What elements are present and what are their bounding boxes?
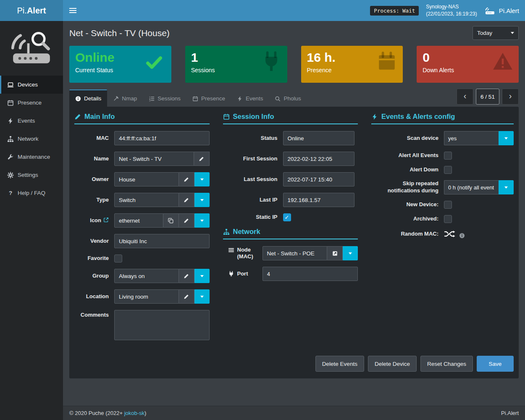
last-session-input[interactable]	[283, 172, 354, 186]
node-input[interactable]	[262, 246, 328, 260]
edit-owner-button[interactable]	[179, 172, 194, 186]
new-device-checkbox[interactable]: ✓	[444, 201, 452, 209]
static-ip-checkbox[interactable]: ✓	[283, 213, 291, 221]
location-field: Location	[74, 289, 210, 304]
copy-icon-button[interactable]	[163, 213, 179, 228]
tab-label: Events	[246, 95, 263, 102]
location-dropdown-button[interactable]	[194, 289, 210, 304]
sidebar-item-settings[interactable]: Settings	[0, 166, 63, 184]
node-dropdown-button[interactable]	[343, 246, 358, 260]
last-ip-input[interactable]	[283, 193, 354, 207]
skip-notifications-dropdown-button[interactable]	[499, 180, 514, 194]
period-select[interactable]: Today	[472, 26, 519, 40]
sidebar-item-label: Presence	[18, 100, 42, 106]
alerts-config-section: Events & Alerts config Scan device yes	[371, 113, 514, 245]
name-input[interactable]	[114, 152, 194, 166]
pencil-icon	[184, 218, 189, 223]
edit-location-button[interactable]	[179, 289, 194, 304]
node-label: Node (MAC)	[223, 247, 259, 260]
edit-icon-button[interactable]	[179, 213, 194, 228]
pencil-icon	[184, 294, 189, 299]
down-alerts-card: 0 Down Alerts	[417, 46, 519, 83]
vendor-label: Vendor	[74, 238, 109, 245]
bolt-icon	[237, 96, 243, 102]
prev-device-button[interactable]: ‹	[457, 89, 473, 105]
archived-checkbox[interactable]: ✓	[444, 215, 452, 223]
calendar-icon	[192, 96, 198, 102]
edit-type-button[interactable]	[179, 193, 194, 207]
owner-dropdown-button[interactable]	[194, 172, 210, 186]
icon-input[interactable]	[114, 213, 163, 228]
delete-events-button[interactable]: Delete Events	[315, 356, 364, 372]
caret-down-icon	[200, 199, 204, 201]
tab-label: Pholus	[284, 95, 301, 102]
scan-device-dropdown-button[interactable]	[499, 131, 514, 145]
tab-label: Nmap	[122, 95, 137, 102]
device-position-indicator: 6 / 51	[476, 89, 499, 105]
mac-input[interactable]	[114, 131, 210, 145]
port-input[interactable]	[262, 267, 358, 281]
next-device-button[interactable]: ›	[502, 89, 519, 105]
sidebar-nav: Devices Presence Events Network Maintena…	[0, 76, 63, 202]
tab-sessions[interactable]: Sessions	[143, 89, 186, 107]
check-icon	[142, 53, 166, 72]
external-link-icon[interactable]	[103, 217, 109, 223]
pencil-icon	[184, 177, 189, 182]
tab-details[interactable]: Details	[69, 89, 107, 107]
sidebar-item-devices[interactable]: Devices	[0, 76, 63, 94]
sidebar-item-events[interactable]: Events	[0, 112, 63, 130]
brand-prefix: Pi.	[17, 6, 27, 16]
alert-down-checkbox[interactable]: ✓	[444, 166, 452, 174]
owner-input[interactable]	[114, 172, 179, 186]
group-input[interactable]	[114, 269, 179, 283]
search-icon	[275, 96, 281, 102]
external-link-square-icon	[332, 251, 338, 256]
open-node-button[interactable]	[327, 246, 343, 260]
port-label: Port	[223, 270, 259, 277]
sidebar-item-help[interactable]: ? Help / FAQ	[0, 184, 63, 202]
main-content: Net - Switch - TV (House) Today Online C…	[63, 21, 525, 420]
alert-down-field: Alert Down ✓	[371, 166, 514, 174]
topbar-app-label: Pi.Alert	[499, 7, 519, 14]
type-input[interactable]	[114, 193, 179, 207]
owner-label: Owner	[74, 176, 109, 183]
author-link[interactable]: jokob-sk	[124, 410, 144, 416]
sidebar-item-network[interactable]: Network	[0, 130, 63, 148]
sitemap-icon	[223, 228, 230, 235]
topbar-right: Process: Wait Synology-NAS (22/01/2023, …	[370, 0, 525, 21]
alert-all-events-checkbox[interactable]: ✓	[444, 152, 452, 160]
edit-group-button[interactable]	[179, 269, 194, 283]
save-button[interactable]: Save	[477, 356, 514, 372]
delete-device-button[interactable]: Delete Device	[368, 356, 417, 372]
new-device-field: New Device: ✓	[371, 201, 514, 209]
status-input[interactable]	[283, 131, 354, 145]
caret-down-icon	[200, 220, 204, 222]
skip-notifications-select[interactable]: 0 h (notify all event	[444, 180, 499, 194]
vendor-input[interactable]	[114, 234, 210, 248]
location-input[interactable]	[114, 289, 179, 304]
comments-textarea[interactable]	[114, 310, 210, 340]
first-session-input[interactable]	[283, 152, 354, 166]
type-dropdown-button[interactable]	[194, 193, 210, 207]
icon-dropdown-button[interactable]	[194, 213, 210, 228]
mac-label: MAC	[74, 135, 109, 142]
sidebar-item-presence[interactable]: Presence	[0, 94, 63, 112]
reset-changes-button[interactable]: Reset Changes	[420, 356, 473, 372]
edit-name-button[interactable]	[194, 152, 210, 166]
scan-device-select[interactable]: yes	[444, 131, 499, 145]
tab-pholus[interactable]: Pholus	[269, 89, 307, 107]
section-title: Events & Alerts config	[381, 113, 455, 121]
shuffle-icon[interactable]	[444, 230, 455, 238]
group-dropdown-button[interactable]	[194, 269, 210, 283]
copy-icon	[168, 218, 173, 223]
sidebar-toggle-button[interactable]	[63, 0, 82, 21]
topbar-app-badge[interactable]: Pi.Alert	[484, 6, 519, 15]
tab-nmap[interactable]: Nmap	[107, 89, 143, 107]
sidebar-item-label: Settings	[18, 172, 38, 178]
brand-logo[interactable]: Pi.Alert	[0, 0, 63, 21]
favorite-checkbox[interactable]: ✓	[114, 255, 122, 262]
tab-presence[interactable]: Presence	[186, 89, 231, 107]
last-session-label: Last Session	[223, 176, 278, 183]
tab-events[interactable]: Events	[231, 89, 269, 107]
sidebar-item-maintenance[interactable]: Maintenance	[0, 148, 63, 166]
